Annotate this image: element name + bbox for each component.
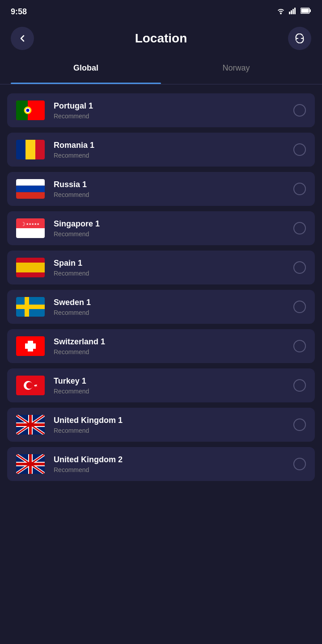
battery-icon [301, 8, 311, 16]
tab-divider [0, 84, 322, 84]
item-name: Russia 1 [54, 180, 293, 189]
list-item[interactable]: United Kingdom 1 Recommend [7, 408, 315, 442]
list-item[interactable]: Sweden 1 Recommend [7, 290, 315, 324]
svg-rect-19 [16, 228, 45, 238]
item-name: Switzerland 1 [54, 337, 293, 347]
item-info: Singapore 1 Recommend [54, 219, 293, 238]
status-icons [276, 7, 311, 16]
list-item[interactable]: Switzerland 1 Recommend [7, 329, 315, 363]
flag-sweden [16, 297, 45, 317]
status-time: 9:58 [11, 7, 27, 17]
back-button[interactable] [11, 27, 34, 50]
radio-button[interactable] [293, 222, 306, 234]
flag-portugal [16, 100, 45, 120]
svg-point-11 [26, 109, 30, 112]
item-sub: Recommend [54, 270, 293, 277]
item-sub: Recommend [54, 309, 293, 316]
tabs-container: Global Norway [0, 57, 322, 79]
list-item[interactable]: Russia 1 Recommend [7, 172, 315, 206]
radio-button[interactable] [293, 261, 306, 274]
svg-rect-16 [16, 186, 45, 192]
item-name: Romania 1 [54, 141, 293, 150]
item-info: Romania 1 Recommend [54, 141, 293, 159]
svg-rect-15 [16, 179, 45, 186]
header: Location [0, 21, 322, 57]
svg-rect-1 [291, 10, 292, 14]
svg-rect-3 [294, 8, 296, 14]
tab-global[interactable]: Global [11, 57, 161, 79]
tab-norway[interactable]: Norway [161, 57, 311, 79]
wifi-icon [276, 7, 285, 16]
item-info: United Kingdom 2 Recommend [54, 455, 293, 473]
item-name: Turkey 1 [54, 376, 293, 386]
svg-rect-6 [301, 9, 309, 13]
list-item[interactable]: Romania 1 Recommend [7, 133, 315, 167]
svg-rect-0 [289, 12, 290, 14]
list-item[interactable]: Spain 1 Recommend [7, 251, 315, 284]
item-name: Spain 1 [54, 259, 293, 268]
radio-button[interactable] [293, 340, 306, 352]
flag-romania [16, 140, 45, 159]
item-sub: Recommend [54, 348, 293, 355]
flag-uk-1 [16, 415, 45, 435]
svg-rect-17 [16, 192, 45, 199]
location-list: Portugal 1 Recommend Romania 1 Recommend [0, 90, 322, 490]
flag-uk-2 [16, 454, 45, 474]
svg-rect-14 [35, 140, 45, 159]
svg-rect-5 [309, 9, 311, 12]
status-bar: 9:58 [0, 0, 322, 21]
flag-russia [16, 179, 45, 199]
svg-text:★★★★★: ★★★★★ [26, 222, 39, 226]
item-info: Sweden 1 Recommend [54, 298, 293, 316]
item-name: Sweden 1 [54, 298, 293, 307]
refresh-button[interactable] [288, 27, 311, 50]
item-info: Portugal 1 Recommend [54, 101, 293, 120]
item-sub: Recommend [54, 113, 293, 120]
radio-button[interactable] [293, 379, 306, 392]
item-sub: Recommend [54, 388, 293, 395]
item-name: Singapore 1 [54, 219, 293, 229]
svg-rect-13 [25, 140, 35, 159]
radio-button[interactable] [293, 301, 306, 313]
svg-rect-12 [16, 140, 25, 159]
item-info: Turkey 1 Recommend [54, 376, 293, 395]
item-sub: Recommend [54, 191, 293, 198]
radio-button[interactable] [293, 183, 306, 195]
radio-button[interactable] [293, 143, 306, 156]
flag-switzerland [16, 336, 45, 356]
svg-rect-23 [16, 263, 45, 272]
svg-rect-26 [25, 297, 29, 317]
item-info: Spain 1 Recommend [54, 259, 293, 277]
flag-singapore: ☽ ★★★★★ [16, 218, 45, 238]
radio-button[interactable] [293, 458, 306, 470]
item-sub: Recommend [54, 230, 293, 238]
item-name: United Kingdom 1 [54, 416, 293, 425]
svg-text:☽: ☽ [21, 221, 25, 227]
svg-rect-29 [25, 343, 36, 349]
item-name: Portugal 1 [54, 101, 293, 111]
list-item[interactable]: United Kingdom 2 Recommend [7, 447, 315, 481]
radio-button[interactable] [293, 104, 306, 117]
item-info: Switzerland 1 Recommend [54, 337, 293, 355]
svg-rect-2 [292, 9, 294, 14]
signal-icon [289, 7, 297, 16]
item-info: Russia 1 Recommend [54, 180, 293, 198]
item-sub: Recommend [54, 466, 293, 473]
svg-point-32 [26, 382, 33, 389]
item-info: United Kingdom 1 Recommend [54, 416, 293, 434]
flag-turkey [16, 376, 45, 395]
page-title: Location [135, 31, 187, 46]
item-sub: Recommend [54, 152, 293, 159]
list-item[interactable]: Turkey 1 Recommend [7, 368, 315, 402]
radio-button[interactable] [293, 418, 306, 431]
svg-rect-25 [16, 305, 45, 309]
list-item[interactable]: ☽ ★★★★★ Singapore 1 Recommend [7, 211, 315, 245]
flag-spain [16, 258, 45, 277]
item-name: United Kingdom 2 [54, 455, 293, 464]
list-item[interactable]: Portugal 1 Recommend [7, 93, 315, 127]
item-sub: Recommend [54, 427, 293, 434]
